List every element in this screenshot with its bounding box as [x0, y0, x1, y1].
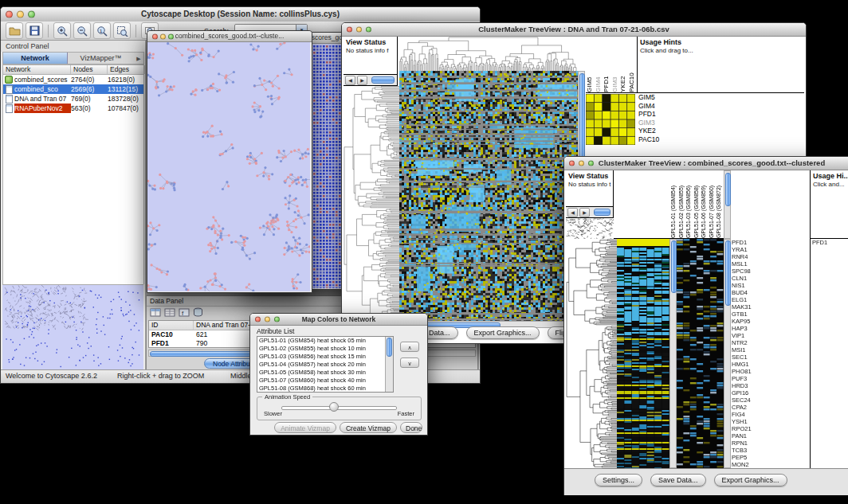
- gene-label[interactable]: MSL1: [732, 260, 808, 268]
- scrollbar-thumb[interactable]: [725, 173, 731, 206]
- column-label[interactable]: GPL51-02 (GSM855): [677, 170, 685, 238]
- tab-network[interactable]: Network: [3, 53, 68, 64]
- zoom-button[interactable]: [366, 27, 371, 33]
- gene-label[interactable]: BUD4: [732, 289, 808, 296]
- column-label[interactable]: GIM4: [595, 37, 603, 92]
- combined-dendrogram-canvas[interactable]: [566, 239, 617, 468]
- zoom-button[interactable]: [168, 33, 174, 39]
- zoom-button[interactable]: [274, 317, 280, 322]
- scrollbar-thumb[interactable]: [725, 240, 731, 306]
- list-item[interactable]: GPL51-07 (GSM860) heat shock 40 min: [257, 377, 386, 385]
- dna-heatmap-canvas[interactable]: [399, 71, 578, 321]
- column-label[interactable]: GPL51-08 (GSM872): [715, 170, 723, 238]
- dna-col-dendrogram-canvas[interactable]: [399, 37, 578, 71]
- scroll-right-icon[interactable]: ▶: [579, 208, 590, 217]
- minimize-button[interactable]: [17, 11, 24, 18]
- gene-label[interactable]: CPA2: [732, 404, 808, 411]
- treeview-button[interactable]: Export Graphics...: [714, 474, 787, 486]
- tab-vizmapper[interactable]: VizMapper™: [68, 53, 134, 64]
- minimize-button[interactable]: [579, 161, 584, 166]
- gene-label[interactable]: CLN1: [732, 275, 808, 282]
- network-canvas[interactable]: [147, 42, 310, 291]
- gene-label[interactable]: HRD3: [732, 382, 808, 389]
- column-id[interactable]: ID: [149, 321, 194, 330]
- create-vizmap-button[interactable]: Create Vizmap: [340, 422, 397, 433]
- list-item[interactable]: GPL51-03 (GSM856) heat shock 15 min: [257, 353, 386, 361]
- save-icon[interactable]: [26, 22, 43, 39]
- mini-scrollbar[interactable]: [371, 76, 395, 84]
- database-icon[interactable]: [193, 306, 203, 320]
- gene-label[interactable]: RPN1: [732, 440, 808, 447]
- list-item[interactable]: GPL51-05 (GSM858) heat shock 30 min: [257, 369, 386, 377]
- column-label[interactable]: PAC10: [628, 37, 637, 92]
- gene-label[interactable]: PFD1: [811, 239, 848, 246]
- gene-label[interactable]: FIG4: [732, 411, 808, 418]
- gene-label[interactable]: GPI16: [732, 389, 808, 397]
- dna-correlation-matrix-canvas[interactable]: [586, 94, 635, 145]
- treeview-button[interactable]: Export Graphics...: [466, 326, 540, 339]
- gene-label[interactable]: HMG1: [732, 361, 808, 368]
- list-item[interactable]: GPL51-08 (GSM868) heat shock 60 min: [257, 385, 386, 393]
- close-button[interactable]: [6, 11, 13, 18]
- column-label[interactable]: PFD1: [603, 37, 611, 92]
- close-button[interactable]: [255, 317, 261, 322]
- gene-label[interactable]: HAP3: [732, 325, 808, 332]
- gene-label[interactable]: MON2: [732, 461, 808, 468]
- list-item[interactable]: GPL51-04 (GSM857) heat shock 20 min: [257, 361, 386, 369]
- mini-scrollbar[interactable]: [594, 209, 610, 216]
- gene-label[interactable]: NIS1: [732, 282, 808, 289]
- gene-label[interactable]: SPC98: [732, 268, 808, 275]
- network-row[interactable]: combined_sco 2569(6) 13112(15): [3, 84, 143, 94]
- treeview-button[interactable]: Save Data...: [650, 474, 706, 486]
- gene-label[interactable]: PHO81: [732, 368, 808, 375]
- combined-heatmap-main-canvas[interactable]: [617, 239, 669, 468]
- network-row[interactable]: RNAPuberNov2 563(0) 107847(0): [3, 104, 143, 113]
- close-button[interactable]: [347, 27, 352, 33]
- network-overview-canvas[interactable]: [2, 284, 143, 369]
- minimize-button[interactable]: [265, 317, 270, 322]
- gene-label[interactable]: PEP5: [732, 454, 808, 461]
- detail-vscrollbar[interactable]: [724, 239, 731, 468]
- gene-label[interactable]: KAP95: [732, 318, 808, 325]
- column-label[interactable]: GPL51-07 (GSM860): [708, 170, 716, 238]
- gene-label[interactable]: TCB3: [732, 447, 808, 454]
- move-up-button[interactable]: ∧: [400, 342, 419, 352]
- gene-label[interactable]: MAK31: [732, 303, 808, 311]
- minimize-button[interactable]: [356, 27, 362, 33]
- attribute-function-icon[interactable]: f: [179, 306, 190, 320]
- gene-label[interactable]: ELG1: [732, 296, 808, 303]
- dialog-titlebar[interactable]: Map Colors to Network: [250, 314, 427, 326]
- treeview-button[interactable]: Settings...: [595, 474, 642, 486]
- gene-label[interactable]: YSH1: [732, 418, 808, 425]
- zoom-fit-icon[interactable]: [113, 22, 131, 39]
- column-nodes[interactable]: Nodes: [71, 65, 108, 74]
- open-icon[interactable]: [6, 22, 23, 39]
- move-down-button[interactable]: ∨: [400, 357, 419, 368]
- gene-label[interactable]: PFD1: [638, 110, 678, 119]
- gene-label[interactable]: SEC1: [732, 354, 808, 361]
- column-label[interactable]: GIM5: [586, 37, 595, 92]
- column-label[interactable]: GIM3: [611, 37, 620, 92]
- zoom-in-icon[interactable]: [53, 22, 71, 39]
- scroll-right-icon[interactable]: ▶: [357, 76, 367, 85]
- gene-label[interactable]: PAN1: [732, 432, 808, 440]
- column-label[interactable]: GPL51-06 (GSM859): [700, 170, 708, 238]
- gene-label[interactable]: PAC10: [638, 135, 678, 144]
- list-item[interactable]: GPL51-01 (GSM854) heat shock 05 min: [257, 337, 386, 345]
- gene-label[interactable]: SEC24: [732, 397, 808, 404]
- gene-label[interactable]: RNR4: [732, 253, 808, 260]
- labels-vscrollbar[interactable]: [724, 170, 731, 239]
- column-edges[interactable]: Edges: [108, 65, 145, 74]
- cytoscape-titlebar[interactable]: Cytoscape Desktop (Session Name: collins…: [1, 7, 480, 22]
- zoom-actual-icon[interactable]: 1: [93, 22, 111, 39]
- gene-label[interactable]: GIM4: [638, 102, 678, 111]
- gene-label[interactable]: GTB1: [732, 311, 808, 318]
- gene-label[interactable]: GIM3: [638, 119, 678, 127]
- combined-mini-dendrogram-canvas[interactable]: [566, 218, 614, 239]
- gene-label[interactable]: RPO21: [732, 425, 808, 432]
- scrollbar-thumb[interactable]: [671, 240, 677, 293]
- scrollbar-thumb[interactable]: [579, 73, 585, 164]
- network-window-titlebar[interactable]: combined_scores_good.txt--cluste...: [147, 31, 312, 42]
- gene-label[interactable]: GIM5: [638, 93, 678, 102]
- gene-label[interactable]: PUF3: [732, 375, 808, 382]
